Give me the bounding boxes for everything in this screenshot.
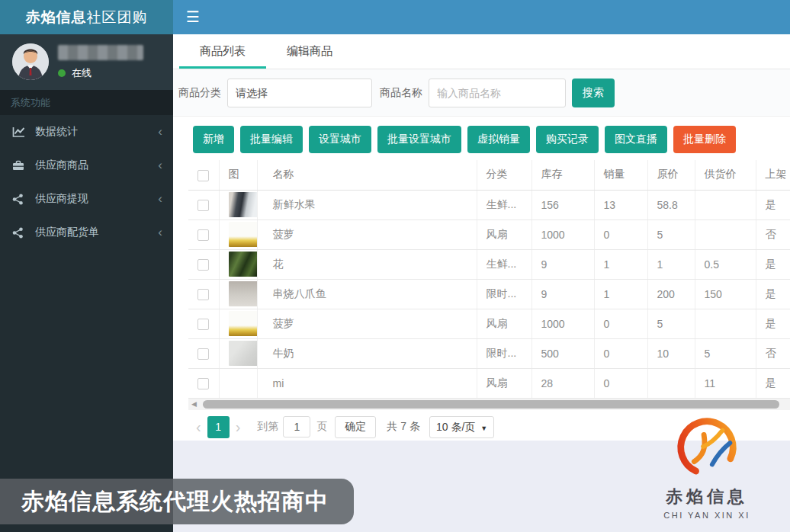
product-thumbnail: [229, 281, 258, 306]
page-unit-label: 页: [316, 420, 327, 434]
app-logo-bold: 赤焰信息: [26, 9, 87, 25]
sidebar-item[interactable]: 供应商配货单‹: [0, 216, 173, 249]
cell-supply-price: [695, 309, 756, 338]
app-logo-rest: 社区团购: [87, 9, 148, 25]
cell-stock: 1000: [531, 220, 594, 249]
line-chart-icon: [12, 127, 32, 138]
cell-price: 5: [647, 309, 695, 338]
row-checkbox[interactable]: [198, 319, 209, 330]
search-button[interactable]: 搜索: [572, 79, 615, 107]
action-button[interactable]: 设置城市: [309, 126, 371, 153]
column-header: 图: [219, 160, 257, 190]
page-number-button[interactable]: 1: [207, 416, 230, 438]
app-logo-title: 赤焰信息社区团购: [0, 0, 173, 34]
cell-on-shelf: 是: [756, 249, 790, 279]
tab-edit-product[interactable]: 编辑商品: [266, 34, 353, 69]
row-checkbox[interactable]: [198, 378, 209, 389]
sidebar-item[interactable]: 供应商商品‹: [0, 149, 173, 182]
goto-page-label: 到第: [257, 420, 278, 434]
main-content: 商品列表 编辑商品 商品分类 请选择 商品名称 搜索 新增批量编辑设置城市批量设…: [173, 34, 790, 532]
name-filter-label: 商品名称: [380, 86, 422, 100]
confirm-page-button[interactable]: 确定: [335, 416, 376, 438]
cell-price: 200: [647, 279, 695, 309]
sidebar-item[interactable]: 数据统计‹: [0, 115, 173, 149]
cell-sales: 0: [594, 338, 647, 368]
action-button[interactable]: 新增: [193, 126, 234, 153]
horizontal-scrollbar[interactable]: ◀: [188, 399, 790, 410]
page-size-select[interactable]: 10 条/页▼: [429, 416, 494, 438]
user-panel: 在线: [0, 34, 173, 90]
table-row[interactable]: 牛奶限时...5000105否: [188, 338, 790, 368]
goto-page-input[interactable]: [283, 416, 310, 437]
cell-supply-price: 5: [695, 338, 756, 368]
row-checkbox[interactable]: [198, 229, 209, 241]
product-name-input[interactable]: [429, 79, 566, 107]
cell-name: 牛奶: [257, 338, 477, 368]
action-button[interactable]: 虚拟销量: [467, 126, 530, 153]
table-row[interactable]: 花生鲜...9110.5是: [188, 249, 790, 279]
table-row[interactable]: 新鲜水果生鲜...1561358.8是: [188, 190, 790, 220]
chevron-left-icon: ‹: [158, 227, 162, 238]
cell-category: 风扇: [477, 220, 531, 249]
sidebar-item[interactable]: 供应商提现‹: [0, 182, 173, 216]
action-button[interactable]: 购买记录: [536, 126, 599, 153]
product-table-wrap: 图名称分类库存销量原价供货价上架 新鲜水果生鲜...1561358.8是菠萝风扇…: [188, 160, 790, 410]
content-panel: 商品列表 编辑商品 商品分类 请选择 商品名称 搜索 新增批量编辑设置城市批量设…: [173, 34, 790, 441]
product-thumbnail: [229, 222, 258, 247]
tab-bar: 商品列表 编辑商品: [173, 34, 790, 69]
online-status-label: 在线: [72, 66, 92, 80]
cell-category: 风扇: [477, 368, 531, 398]
column-header: 分类: [477, 160, 531, 190]
table-header-row: 图名称分类库存销量原价供货价上架: [188, 160, 790, 190]
row-checkbox[interactable]: [198, 289, 209, 300]
action-button[interactable]: 图文直播: [605, 126, 667, 153]
cell-name: 菠萝: [257, 309, 477, 338]
table-row[interactable]: mi风扇28011是: [188, 368, 790, 398]
category-select[interactable]: 请选择: [227, 79, 372, 107]
cell-category: 限时...: [477, 338, 531, 368]
cell-stock: 9: [531, 279, 594, 309]
column-header: 上架: [756, 160, 790, 190]
cell-price: 10: [647, 338, 695, 368]
action-button-bar: 新增批量编辑设置城市批量设置城市虚拟销量购买记录图文直播批量删除: [173, 117, 790, 156]
product-thumbnail: [229, 192, 258, 217]
cell-sales: 0: [594, 220, 647, 249]
hamburger-menu-icon[interactable]: ☰: [185, 9, 201, 24]
action-button[interactable]: 批量编辑: [240, 126, 303, 153]
product-thumbnail: [229, 311, 258, 336]
cell-price: 5: [647, 220, 695, 249]
product-thumbnail: [229, 252, 258, 277]
table-row[interactable]: 串烧八爪鱼限时...91200150是: [188, 279, 790, 309]
tab-product-list[interactable]: 商品列表: [179, 34, 266, 69]
cell-name: 菠萝: [257, 220, 477, 249]
select-all-checkbox[interactable]: [198, 170, 209, 181]
row-checkbox[interactable]: [198, 348, 209, 360]
brand-name-text: 赤焰信息: [657, 486, 756, 508]
category-filter-label: 商品分类: [178, 86, 221, 100]
row-checkbox[interactable]: [198, 259, 209, 271]
cell-stock: 500: [531, 338, 594, 368]
cell-price: 1: [647, 249, 695, 279]
next-page-icon[interactable]: ›: [230, 417, 247, 437]
table-row[interactable]: 菠萝风扇100005否: [188, 220, 790, 249]
row-checkbox[interactable]: [198, 200, 209, 211]
column-header: 供货价: [695, 160, 756, 190]
chevron-left-icon: ‹: [158, 194, 162, 204]
table-body: 新鲜水果生鲜...1561358.8是菠萝风扇100005否花生鲜...9110…: [188, 190, 790, 398]
cell-price: [647, 368, 695, 398]
cell-name: 串烧八爪鱼: [257, 279, 477, 309]
cell-on-shelf: 否: [756, 220, 790, 249]
table-row[interactable]: 菠萝风扇100005是: [188, 309, 790, 338]
prev-page-icon[interactable]: ‹: [190, 417, 207, 437]
action-button[interactable]: 批量设置城市: [377, 126, 461, 153]
avatar: [12, 43, 49, 80]
brand-logo: 赤焰信息 CHI YAN XIN XI: [657, 414, 756, 520]
scrollbar-thumb[interactable]: [203, 400, 779, 409]
action-button[interactable]: 批量删除: [673, 126, 736, 153]
scroll-left-arrow-icon[interactable]: ◀: [188, 399, 200, 410]
brand-flame-icon: [673, 414, 740, 481]
cell-category: 限时...: [477, 279, 531, 309]
filter-bar: 商品分类 请选择 商品名称 搜索: [173, 69, 790, 117]
chevron-left-icon: ‹: [158, 160, 162, 171]
cell-sales: 0: [594, 309, 647, 338]
